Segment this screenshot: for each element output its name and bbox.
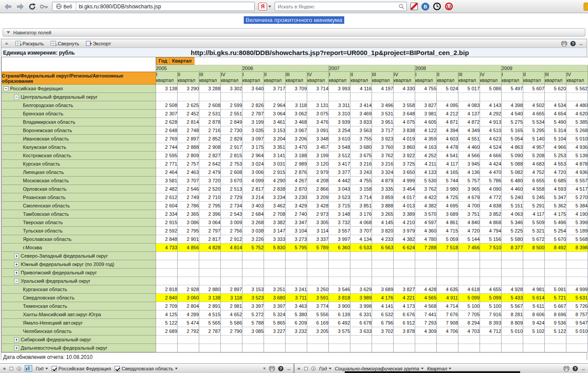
region-label-cell[interactable]: Южный федеральный округ (по 2009 год)	[2, 260, 156, 269]
help-icon[interactable]	[573, 366, 578, 371]
history-icon[interactable]	[433, 2, 441, 11]
print-icon[interactable]	[561, 41, 567, 46]
print-icon[interactable]	[269, 366, 275, 371]
panel-maximize-icon[interactable]	[10, 367, 13, 370]
key-icon[interactable]	[40, 4, 48, 9]
region-label-cell[interactable]: Приволжский федеральный округ	[2, 269, 156, 277]
expand-node-icon[interactable]	[14, 346, 19, 351]
help-icon[interactable]	[570, 41, 576, 46]
resize-icon[interactable]	[287, 366, 291, 371]
region-label-cell[interactable]: Уральский федеральный округ	[2, 277, 156, 285]
value-cell	[307, 269, 329, 277]
help-icon[interactable]	[278, 366, 283, 371]
region-label-cell[interactable]: Воронежская область	[2, 126, 156, 135]
export-button[interactable]: Экспорт	[86, 41, 111, 46]
quarter-header: III квартал	[372, 72, 394, 85]
panel-maximize-icon[interactable]	[304, 367, 308, 370]
expand-node-icon[interactable]	[14, 262, 19, 267]
value-cell: 2 979	[307, 168, 329, 177]
quarter-dropdown[interactable]: Квартал	[427, 366, 451, 371]
address-scheme[interactable]: Веб	[52, 2, 76, 11]
region-label-cell[interactable]: Тамбовская область	[2, 210, 156, 218]
region-label-cell[interactable]: Северо-Западный федеральный округ	[2, 252, 156, 260]
search-input[interactable]	[275, 4, 396, 9]
address-bar[interactable]: Веб	[52, 2, 255, 11]
field-navigator-bar[interactable]: Навигатор полей	[3, 28, 585, 37]
value-cell: 4 534	[545, 101, 566, 110]
chart-view-icon[interactable]	[25, 365, 32, 372]
vk-icon[interactable]: B	[421, 3, 429, 11]
expand-down-icon[interactable]	[262, 367, 267, 370]
expand-node-icon[interactable]	[14, 270, 19, 275]
value-cell: 4 063	[502, 210, 523, 218]
tab-year[interactable]: Год	[156, 57, 170, 65]
region-label-cell[interactable]: Смоленская область	[2, 202, 156, 210]
collapse-all-button[interactable]: − Свернуть	[51, 41, 79, 46]
value-cell: 3 714	[350, 193, 372, 202]
region-label-cell[interactable]: Дальневосточный федеральный округ	[2, 344, 156, 352]
value-cell: 5 086	[480, 85, 502, 93]
region-label-cell[interactable]: Тульская область	[2, 227, 156, 235]
region-label-cell[interactable]: Владимирская область	[2, 118, 156, 126]
value-cell: 2 648	[156, 126, 178, 135]
collapse-node-icon[interactable]	[14, 95, 19, 100]
region-label-cell[interactable]: Липецкая область	[2, 168, 156, 177]
region-label-cell[interactable]: Сибирский федеральный округ	[2, 336, 156, 344]
filter-russia-checkbox[interactable]: Российская Федерация	[52, 366, 111, 371]
tab-quarter[interactable]: Квартал	[169, 57, 194, 65]
opera-icon[interactable]	[445, 2, 453, 11]
panel-collapse-icon[interactable]	[5, 42, 8, 44]
region-label-cell[interactable]: Брянская область	[2, 110, 156, 118]
region-label-cell[interactable]: Ямало-Ненецкий авт.округ	[2, 319, 156, 327]
panel-up-icon[interactable]	[297, 367, 301, 369]
url-input[interactable]	[76, 4, 254, 10]
info-icon[interactable]	[311, 366, 316, 371]
year-dropdown[interactable]: Год	[319, 366, 331, 371]
region-label-cell[interactable]: Центральный федеральный округ	[2, 93, 156, 101]
resize-icon[interactable]	[579, 41, 583, 46]
forward-icon[interactable]	[16, 3, 25, 10]
region-label-cell[interactable]: Курская область	[2, 160, 156, 168]
region-label-cell[interactable]: Российская Федерация	[2, 85, 156, 93]
region-label-cell[interactable]: Тюменская область	[2, 302, 156, 310]
yandex-search-bar[interactable]	[275, 2, 407, 11]
print-icon[interactable]	[563, 366, 569, 371]
region-label-cell[interactable]: Белгородская область	[2, 101, 156, 110]
info-icon[interactable]	[17, 366, 21, 371]
region-label-cell[interactable]: г.Москва	[2, 244, 156, 252]
value-cell: 5 090	[502, 151, 523, 160]
region-label-cell[interactable]: Свердловская область	[2, 294, 156, 302]
value-cell: 2 981	[221, 302, 242, 310]
collapse-node-icon[interactable]	[14, 279, 19, 284]
diagonal-badge-icon[interactable]	[410, 3, 418, 10]
value-cell	[480, 344, 502, 352]
reload-icon[interactable]	[28, 3, 36, 11]
region-label-cell[interactable]: Тверская область	[2, 218, 156, 227]
yandex-engine-select[interactable]: Я	[258, 3, 271, 11]
region-label-cell[interactable]: Ханты-Мансийский авт.округ-Югра	[2, 310, 156, 319]
search-icon[interactable]	[396, 4, 406, 9]
resize-icon[interactable]	[581, 366, 585, 371]
expand-node-icon[interactable]	[14, 337, 19, 342]
socio-demographic-group-dropdown[interactable]: Социально-демографическая группа	[335, 366, 424, 371]
region-label-cell[interactable]: Орловская область	[2, 185, 156, 193]
panel-up-icon[interactable]	[3, 367, 6, 369]
region-label-cell[interactable]: Костромская область	[2, 151, 156, 160]
back-icon[interactable]	[4, 3, 12, 10]
region-label-cell[interactable]: Рязанская область	[2, 193, 156, 202]
expand-node-icon[interactable]	[14, 254, 19, 259]
expand-all-button[interactable]: + Раскрыть	[15, 41, 44, 46]
filter-sverdlovsk-checkbox[interactable]: Свердловская область	[115, 366, 178, 371]
clipped-toolbar-icon[interactable]	[584, 3, 588, 11]
region-label-cell[interactable]: Курганская область	[2, 285, 156, 294]
region-label-cell[interactable]: Ярославская область	[2, 235, 156, 244]
value-cell: 2 464	[156, 168, 178, 177]
value-cell	[480, 277, 502, 285]
year-dropdown[interactable]: Год	[36, 366, 48, 371]
collapse-node-icon[interactable]	[4, 86, 8, 91]
region-label-cell[interactable]: Московская область	[2, 177, 156, 185]
value-cell: 5 100	[480, 302, 502, 310]
region-label-cell[interactable]: Челябинская область	[2, 327, 156, 336]
region-label-cell[interactable]: Калужская область	[2, 143, 156, 151]
region-label-cell[interactable]: Ивановская область	[2, 135, 156, 143]
